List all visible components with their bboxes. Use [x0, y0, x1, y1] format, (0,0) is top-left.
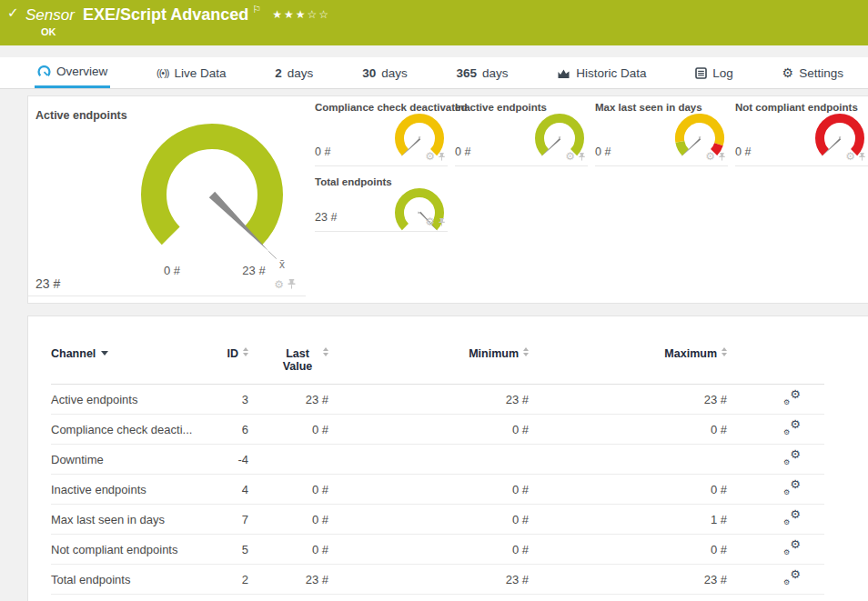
minimum-value: 23 # — [328, 385, 529, 415]
tab-label-number: 365 — [456, 66, 477, 80]
tab-log[interactable]: Log — [692, 57, 736, 88]
table-row-max-last-seen-in-days: Max last seen in days70 #0 #1 #⚙⚙ — [51, 505, 824, 535]
last-value: 23 # — [248, 385, 328, 415]
gauge-icon — [37, 65, 51, 78]
column-label: Channel — [51, 347, 96, 360]
column-label: Minimum — [469, 347, 519, 360]
sort-icon — [722, 347, 727, 356]
gauge-chart: x̄0 #23 # — [121, 104, 303, 285]
channel-settings-icon[interactable]: ⚙⚙ — [783, 570, 801, 586]
table-row-inactive-endpoints: Inactive endpoints40 #0 #0 #⚙⚙ — [51, 475, 824, 505]
channel-settings-icon[interactable]: ⚙⚙ — [783, 390, 801, 406]
row-actions: ⚙⚙ — [727, 565, 824, 595]
gauge-value: 0 # — [315, 145, 330, 158]
channel-settings-icon[interactable]: ⚙⚙ — [783, 450, 801, 466]
column-label: Last Value — [277, 347, 318, 373]
gear-icon[interactable]: ⚙ — [425, 151, 435, 162]
gauge-value: 23 # — [315, 211, 337, 224]
gauge-chart — [390, 184, 449, 242]
channel-name: Total endpoints — [51, 565, 206, 595]
gauge-value: 0 # — [595, 145, 611, 158]
tab-live-data[interactable]: ((•))Live Data — [154, 57, 229, 88]
channel-id: -4 — [206, 445, 248, 475]
row-actions: ⚙⚙ — [727, 415, 824, 445]
tab-label: Overview — [56, 65, 107, 78]
tab-settings[interactable]: ⚙Settings — [780, 57, 846, 88]
tab-label: days — [288, 66, 314, 80]
table-row-total-endpoints: Total endpoints223 #23 #23 #⚙⚙ — [51, 565, 824, 595]
row-actions: ⚙⚙ — [727, 535, 824, 565]
channel-table-panel: ChannelIDLast ValueMinimumMaximum Active… — [27, 316, 868, 601]
tab-label: days — [482, 66, 509, 80]
gear-icon[interactable]: ⚙ — [705, 151, 715, 162]
pin-icon[interactable] — [858, 152, 866, 162]
maximum-value: 0 # — [529, 475, 727, 505]
gear-icon[interactable]: ⚙ — [845, 151, 855, 162]
tab-bar: Overview((•))Live Data2days30days365days… — [0, 57, 868, 89]
tab-overview[interactable]: Overview — [35, 57, 110, 88]
sort-icon — [523, 347, 529, 356]
channel-id: 6 — [206, 415, 248, 445]
column-header-channel[interactable]: Channel — [51, 347, 206, 385]
maximum-value — [529, 445, 727, 475]
column-header-maximum[interactable]: Maximum — [529, 347, 727, 385]
maximum-value: 0 # — [529, 535, 727, 565]
svg-text:0 #: 0 # — [164, 264, 181, 277]
row-actions: ⚙⚙ — [727, 505, 824, 535]
column-label: Maximum — [664, 347, 717, 360]
tab-30-days[interactable]: 30days — [359, 57, 410, 88]
gauge-tile-compliance-check-deactivated: Compliance check deactivated 0 # ⚙ — [315, 96, 448, 166]
table-row-active-endpoints: Active endpoints323 #23 #23 #⚙⚙ — [51, 385, 824, 415]
pin-icon[interactable] — [578, 152, 586, 162]
maximum-value: 1 # — [529, 505, 727, 535]
channel-settings-icon[interactable]: ⚙⚙ — [783, 540, 801, 556]
gear-icon[interactable]: ⚙ — [274, 279, 284, 290]
channel-name: Not compliant endpoints — [51, 535, 206, 565]
gauge-tile-active-endpoints: Active endpoints x̄0 #23 # 23 # ⚙ — [28, 96, 306, 296]
channel-id: 7 — [206, 505, 248, 535]
area-chart-icon — [557, 67, 570, 79]
gauge-value: 23 # — [35, 276, 60, 291]
channel-id: 5 — [206, 535, 248, 565]
gauge-value: 0 # — [735, 145, 751, 158]
gauge-tile-not-compliant-endpoints: Not compliant endpoints 0 # ⚙ — [735, 96, 868, 166]
channel-settings-icon[interactable]: ⚙⚙ — [783, 420, 801, 436]
log-list-icon — [695, 67, 707, 79]
column-header-id[interactable]: ID — [206, 347, 248, 385]
pin-icon[interactable] — [438, 217, 446, 227]
row-actions: ⚙⚙ — [727, 445, 824, 475]
table-row-downtime: Downtime-4⚙⚙ — [51, 445, 824, 475]
tab-historic-data[interactable]: Historic Data — [554, 57, 649, 88]
tab-label: days — [381, 66, 408, 80]
last-value: 0 # — [248, 535, 328, 565]
channel-name: Compliance check deacti... — [51, 415, 206, 445]
channel-table: ChannelIDLast ValueMinimumMaximum Active… — [51, 347, 824, 595]
table-row-compliance-check-deacti-: Compliance check deacti...60 #0 #0 #⚙⚙ — [51, 415, 824, 445]
pin-icon[interactable] — [438, 152, 446, 162]
channel-settings-icon[interactable]: ⚙⚙ — [783, 510, 801, 526]
minimum-value — [328, 445, 529, 475]
svg-text:23 #: 23 # — [242, 264, 266, 277]
column-header-last-value[interactable]: Last Value — [248, 347, 328, 385]
pin-icon[interactable] — [718, 152, 726, 162]
priority-stars[interactable]: ★★★☆☆ — [272, 8, 330, 21]
tab-365-days[interactable]: 365days — [453, 57, 510, 88]
last-value: 0 # — [248, 415, 328, 445]
gear-icon[interactable]: ⚙ — [565, 151, 575, 162]
svg-text:x̄: x̄ — [279, 258, 285, 271]
gauge-tile-inactive-endpoints: Inactive endpoints 0 # ⚙ — [455, 96, 588, 166]
tab-label-number: 30 — [362, 66, 376, 80]
tab-label-number: 2 — [275, 66, 282, 80]
sort-icon — [323, 347, 328, 356]
column-header-minimum[interactable]: Minimum — [328, 347, 529, 385]
gear-icon[interactable]: ⚙ — [425, 216, 435, 227]
row-actions: ⚙⚙ — [727, 385, 824, 415]
tab-label: Live Data — [175, 66, 227, 80]
table-row-not-compliant-endpoints: Not compliant endpoints50 #0 #0 #⚙⚙ — [51, 535, 824, 565]
channel-settings-icon[interactable]: ⚙⚙ — [783, 480, 801, 496]
pin-icon[interactable] — [287, 278, 297, 290]
flag-icon[interactable]: ⚐ — [252, 4, 261, 15]
tab-2-days[interactable]: 2days — [272, 57, 316, 88]
spacer-strip — [0, 45, 868, 57]
minimum-value: 23 # — [328, 565, 529, 595]
